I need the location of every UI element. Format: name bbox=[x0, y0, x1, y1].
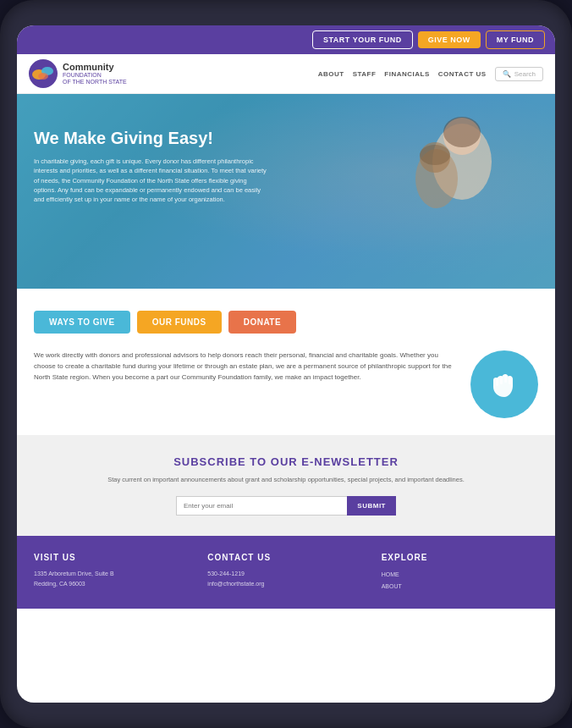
my-fund-button[interactable]: MY FUND bbox=[486, 30, 545, 49]
logo-icon bbox=[29, 59, 58, 88]
newsletter-subtitle: Stay current on important announcements … bbox=[34, 475, 538, 484]
tabs-row: WAYS TO GIVE OUR FUNDS DONATE bbox=[34, 311, 538, 334]
hero-figures bbox=[377, 111, 530, 280]
svg-rect-11 bbox=[500, 376, 503, 384]
newsletter-submit-button[interactable]: SUBMIT bbox=[347, 496, 396, 516]
nav-contact[interactable]: CONTACT US bbox=[438, 70, 487, 78]
hand-icon-wrap bbox=[470, 350, 538, 418]
start-fund-button[interactable]: START YOUR FUND bbox=[312, 30, 413, 49]
logo-sub: OF THE NORTH STATE bbox=[63, 79, 127, 85]
footer-contact-us: CONTACT US 530-244-1219 info@cfnorthstat… bbox=[207, 553, 364, 592]
give-now-button[interactable]: GIVE NOW bbox=[418, 31, 481, 48]
search-box[interactable]: 🔍 Search bbox=[495, 67, 543, 81]
footer-address-line2: Redding, CA 96003 bbox=[34, 579, 190, 589]
newsletter-form: SUBMIT bbox=[176, 496, 396, 516]
svg-point-3 bbox=[38, 73, 48, 80]
logo-text: Community FOUNDATION OF THE NORTH STATE bbox=[63, 62, 127, 86]
newsletter-email-input[interactable] bbox=[176, 496, 347, 516]
tab-donate[interactable]: DONATE bbox=[228, 311, 296, 334]
nav-links: ABOUT STAFF FINANCIALS CONTACT US 🔍 Sear… bbox=[318, 67, 543, 81]
logo-community: Community bbox=[63, 62, 127, 72]
footer-visit-title: VISIT US bbox=[34, 553, 190, 562]
content-section: WAYS TO GIVE OUR FUNDS DONATE We work di… bbox=[17, 289, 555, 435]
footer-address-line1: 1335 Arboretum Drive, Suite B bbox=[34, 569, 190, 579]
tablet-frame: START YOUR FUND GIVE NOW MY FUND Communi… bbox=[0, 0, 572, 728]
hero-section: We Make Giving Easy! In charitable givin… bbox=[17, 94, 555, 289]
svg-rect-10 bbox=[496, 378, 498, 386]
hero-content: We Make Giving Easy! In charitable givin… bbox=[34, 128, 271, 204]
footer-explore-title: EXPLORE bbox=[382, 553, 538, 562]
footer-phone: 530-244-1219 bbox=[207, 569, 364, 579]
nav-financials[interactable]: FINANCIALS bbox=[384, 70, 429, 78]
tab-our-funds[interactable]: OUR FUNDS bbox=[137, 311, 222, 334]
footer-email: info@cfnorthstate.org bbox=[207, 579, 364, 589]
hand-icon bbox=[485, 365, 524, 404]
nav-bar: Community FOUNDATION OF THE NORTH STATE … bbox=[17, 54, 555, 94]
svg-rect-13 bbox=[509, 376, 511, 384]
logo: Community FOUNDATION OF THE NORTH STATE bbox=[29, 59, 127, 88]
svg-point-8 bbox=[443, 117, 481, 147]
svg-point-9 bbox=[420, 145, 450, 165]
footer-visit-us: VISIT US 1335 Arboretum Drive, Suite B R… bbox=[34, 553, 190, 592]
top-bar: START YOUR FUND GIVE NOW MY FUND bbox=[17, 25, 555, 54]
footer-explore: EXPLORE HOME ABOUT bbox=[382, 553, 538, 592]
footer-about-link[interactable]: ABOUT bbox=[382, 581, 538, 592]
tab-ways-to-give[interactable]: WAYS TO GIVE bbox=[34, 311, 130, 334]
newsletter-title: SUBSCRIBE TO OUR E-NEWSLETTER bbox=[34, 455, 538, 468]
content-row: We work directly with donors and profess… bbox=[34, 350, 538, 418]
logo-foundation: FOUNDATION bbox=[63, 72, 127, 79]
hero-body: In charitable giving, each gift is uniqu… bbox=[34, 157, 271, 204]
hero-title: We Make Giving Easy! bbox=[34, 128, 271, 148]
nav-about[interactable]: ABOUT bbox=[318, 70, 344, 78]
search-icon: 🔍 bbox=[503, 70, 511, 78]
newsletter-section: SUBSCRIBE TO OUR E-NEWSLETTER Stay curre… bbox=[17, 435, 555, 536]
footer-contact-title: CONTACT US bbox=[207, 553, 364, 562]
content-body: We work directly with donors and profess… bbox=[34, 350, 454, 383]
nav-staff[interactable]: STAFF bbox=[353, 70, 377, 78]
footer-home-link[interactable]: HOME bbox=[382, 569, 538, 580]
search-placeholder: Search bbox=[514, 70, 536, 78]
tablet-screen: START YOUR FUND GIVE NOW MY FUND Communi… bbox=[17, 25, 555, 703]
footer: VISIT US 1335 Arboretum Drive, Suite B R… bbox=[17, 536, 555, 609]
svg-rect-12 bbox=[504, 374, 507, 383]
